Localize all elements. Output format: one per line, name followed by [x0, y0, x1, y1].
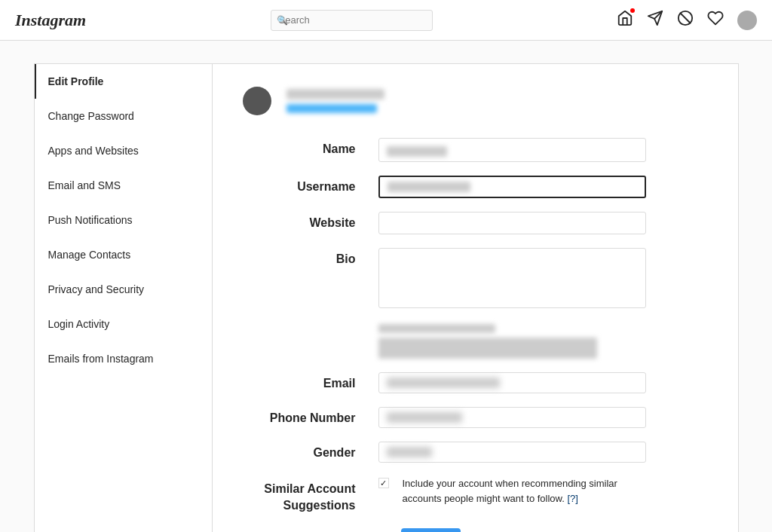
sidebar-item-login-activity[interactable]: Login Activity [35, 307, 212, 341]
suggestions-text: Include your account when recommending s… [403, 476, 646, 506]
profile-username-text [286, 89, 384, 99]
search-wrap: 🔍 [271, 10, 433, 31]
email-blurred [387, 378, 500, 388]
phone-field-wrap [378, 407, 646, 428]
username-field-wrap [378, 176, 646, 198]
personal-info-desc [378, 338, 597, 359]
suggestions-checkbox[interactable]: ✓ [378, 478, 389, 488]
suggestions-text-content: Include your account when recommending s… [403, 478, 617, 504]
submit-button[interactable]: Submit [401, 528, 461, 532]
sidebar-item-manage-contacts[interactable]: Manage Contacts [35, 237, 212, 272]
bio-input[interactable] [378, 248, 646, 308]
personal-info-title [378, 324, 495, 333]
nav-icons [617, 10, 757, 31]
sidebar-item-email-sms[interactable]: Email and SMS [35, 168, 212, 203]
phone-display [378, 407, 646, 428]
gender-field-wrap [378, 442, 646, 463]
gender-row: Gender [243, 442, 708, 463]
username-label: Username [243, 176, 378, 194]
email-field-wrap [378, 372, 646, 393]
navbar: Instagram 🔍 [0, 0, 772, 41]
suggestions-help-link[interactable]: [?] [567, 493, 577, 504]
avatar[interactable] [737, 11, 757, 30]
sidebar-item-emails-instagram[interactable]: Emails from Instagram [35, 341, 212, 376]
explore-icon[interactable] [677, 10, 694, 31]
website-field-wrap [378, 212, 646, 234]
suggestions-field-wrap: ✓ Include your account when recommending… [378, 476, 646, 506]
phone-row: Phone Number [243, 407, 708, 428]
direct-icon[interactable] [647, 10, 663, 31]
instagram-logo: Instagram [15, 11, 86, 30]
change-photo-link[interactable] [286, 104, 377, 113]
phone-blurred [387, 412, 462, 423]
profile-header [243, 87, 708, 115]
sidebar: Edit Profile Change Password Apps and We… [35, 64, 213, 532]
personal-info-spacer [243, 324, 378, 329]
username-row: Username [243, 176, 708, 198]
sidebar-item-edit-profile[interactable]: Edit Profile [35, 64, 212, 99]
sidebar-item-apps-websites[interactable]: Apps and Websites [35, 133, 212, 168]
website-row: Website [243, 212, 708, 234]
personal-info-row [243, 324, 708, 359]
personal-info-section [378, 324, 646, 359]
name-field-wrap [378, 138, 646, 162]
username-input[interactable] [378, 176, 646, 198]
username-blurred-value [388, 182, 470, 192]
email-label: Email [243, 372, 378, 390]
search-icon: 🔍 [277, 15, 288, 26]
email-display [378, 372, 646, 393]
profile-info [286, 89, 384, 113]
phone-label: Phone Number [243, 407, 378, 425]
name-blurred [387, 146, 447, 157]
sidebar-item-change-password[interactable]: Change Password [35, 99, 212, 133]
gender-label: Gender [243, 442, 378, 460]
search-input[interactable] [271, 10, 433, 31]
gender-blurred [387, 447, 432, 457]
suggestions-row: Similar AccountSuggestions ✓ Include you… [243, 476, 708, 515]
name-label: Name [243, 138, 378, 156]
website-label: Website [243, 212, 378, 230]
submit-row: Submit Temporarily disable my account [243, 528, 708, 532]
website-input[interactable] [378, 212, 646, 234]
page-wrap: Edit Profile Change Password Apps and We… [0, 41, 772, 532]
main-content: Name Username Website [213, 64, 738, 532]
activity-icon[interactable] [707, 10, 724, 31]
sidebar-item-privacy-security[interactable]: Privacy and Security [35, 272, 212, 307]
bio-row: Bio [243, 248, 708, 310]
sidebar-item-push-notifications[interactable]: Push Notifications [35, 203, 212, 237]
email-row: Email [243, 372, 708, 393]
home-icon[interactable] [617, 10, 633, 31]
name-input-display [378, 138, 646, 162]
bio-field-wrap [378, 248, 646, 310]
gender-display [378, 442, 646, 463]
name-row: Name [243, 138, 708, 162]
bio-label: Bio [243, 248, 378, 266]
suggestions-checkbox-wrap: ✓ [378, 478, 395, 488]
svg-line-3 [681, 13, 691, 23]
suggestions-wrap: ✓ Include your account when recommending… [378, 476, 646, 506]
content-wrap: Edit Profile Change Password Apps and We… [34, 63, 739, 532]
suggestions-label: Similar AccountSuggestions [243, 476, 378, 515]
profile-avatar[interactable] [243, 87, 271, 115]
